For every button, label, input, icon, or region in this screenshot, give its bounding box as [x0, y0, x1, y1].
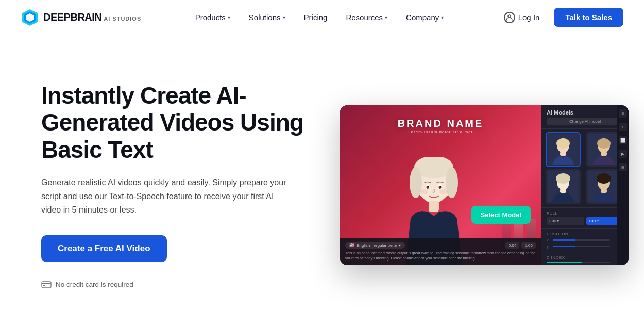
- svg-rect-13: [429, 201, 439, 212]
- nav-company-label: Company: [406, 13, 439, 22]
- zindex-slider[interactable]: [547, 262, 610, 263]
- model-thumb-1[interactable]: [546, 132, 581, 167]
- product-screenshot: BRAND NAME Lorem ipsum dolor sit a met: [340, 105, 629, 265]
- panel-icon-crop[interactable]: ⊞: [619, 163, 627, 171]
- credit-card-icon: [41, 281, 52, 288]
- create-free-video-button[interactable]: Create a Free AI Video: [41, 235, 167, 262]
- svg-point-24: [556, 138, 570, 149]
- nav-item-solutions[interactable]: Solutions ▾: [242, 9, 293, 26]
- svg-point-36: [597, 173, 611, 184]
- hero-title: Instantly Create AI-Generated Videos Usi…: [41, 82, 319, 164]
- panel-icons-column: ≡ T ⬜ ▶ ⊞: [617, 105, 629, 265]
- time-end: 1:06: [521, 242, 536, 249]
- brand-name-text: BRAND NAME: [398, 118, 484, 129]
- nav-products-label: Products: [195, 13, 226, 22]
- language-selector[interactable]: 🇺🇸 English - regular bene ▾: [345, 242, 405, 249]
- position-x-row: x 24: [547, 238, 623, 242]
- model-avatar-4: [588, 171, 619, 202]
- change-model-button[interactable]: Change Al model: [547, 118, 623, 125]
- panel-header: AI Models Change Al model: [541, 105, 629, 129]
- panel-section-zindex: Z-Index: [541, 252, 629, 265]
- nav-actions: Log In Talk to Sales: [498, 8, 623, 27]
- model-thumb-3-inner: [547, 170, 580, 203]
- svg-point-19: [440, 186, 441, 187]
- svg-rect-6: [43, 285, 45, 286]
- model-avatar-1: [548, 134, 579, 165]
- time-pills: 0:04 1:06: [505, 242, 536, 249]
- hero-right: BRAND NAME Lorem ipsum dolor sit a met: [319, 105, 629, 265]
- panel-zindex-label: Z-Index: [547, 255, 623, 260]
- right-panel: AI Models Change Al model: [541, 105, 629, 265]
- model-thumb-4[interactable]: [586, 169, 621, 204]
- svg-rect-33: [560, 189, 566, 193]
- nav-links: Products ▾ Solutions ▾ Pricing Resources…: [188, 9, 451, 26]
- model-avatar-3: [548, 171, 579, 202]
- logo-icon: [21, 8, 39, 27]
- no-credit-notice: No credit card is required: [41, 281, 319, 288]
- nav-solutions-label: Solutions: [249, 13, 281, 22]
- language-flag: 🇺🇸: [349, 243, 354, 248]
- svg-rect-29: [601, 152, 607, 156]
- model-thumb-3[interactable]: [546, 169, 581, 204]
- position-y-slider[interactable]: [553, 246, 610, 247]
- full-select[interactable]: Full ▾: [547, 217, 584, 225]
- svg-point-17: [439, 186, 442, 189]
- chevron-down-icon: ▾: [228, 14, 230, 20]
- svg-point-18: [428, 186, 429, 187]
- model-avatar-2: [588, 134, 619, 165]
- select-model-button[interactable]: Select Model: [471, 206, 531, 224]
- svg-point-12: [446, 167, 458, 198]
- svg-rect-37: [601, 189, 607, 193]
- hero-description: Generate realistic AI videos quickly and…: [41, 176, 294, 217]
- talk-to-sales-button[interactable]: Talk to Sales: [554, 8, 623, 27]
- nav-pricing-label: Pricing: [304, 13, 328, 22]
- panel-select-row: Full ▾ 100%: [547, 217, 623, 225]
- svg-rect-25: [560, 152, 566, 156]
- chevron-down-icon: ▾: [283, 14, 285, 20]
- chevron-down-icon: ▾: [385, 14, 387, 20]
- logo-brand: DEEPBRAIN: [43, 11, 101, 23]
- panel-icon-image[interactable]: ⬜: [619, 136, 627, 144]
- panel-position-label: Position: [547, 232, 623, 236]
- user-icon: [504, 12, 515, 23]
- panel-title: AI Models: [547, 109, 623, 116]
- bottom-bar-controls: 🇺🇸 English - regular bene ▾ 0:04 1:06: [345, 242, 536, 249]
- svg-point-32: [556, 173, 570, 184]
- panel-section-full: Full Full ▾ 100%: [541, 207, 629, 228]
- nav-item-pricing[interactable]: Pricing: [297, 9, 335, 26]
- login-button[interactable]: Log In: [498, 8, 546, 27]
- svg-point-11: [410, 167, 422, 198]
- logo[interactable]: DEEPBRAIN AI STUDIOS: [21, 8, 141, 27]
- dropdown-arrow: ▾: [399, 243, 401, 248]
- navbar: DEEPBRAIN AI STUDIOS Products ▾ Solution…: [0, 0, 644, 35]
- panel-icon-text[interactable]: T: [619, 123, 627, 131]
- model-grid: [541, 129, 629, 207]
- nav-item-company[interactable]: Company ▾: [399, 9, 451, 26]
- nav-resources-label: Resources: [346, 13, 383, 22]
- brand-overlay: BRAND NAME Lorem ipsum dolor sit a met: [398, 118, 484, 134]
- position-x-slider[interactable]: [553, 239, 610, 241]
- no-credit-text: No credit card is required: [56, 281, 133, 288]
- time-start: 0:04: [505, 242, 520, 249]
- model-thumb-2[interactable]: [586, 132, 621, 167]
- svg-point-28: [597, 138, 611, 149]
- svg-point-21: [439, 189, 448, 194]
- model-thumb-4-inner: [587, 170, 620, 203]
- login-label: Log In: [518, 13, 540, 22]
- svg-point-20: [420, 189, 428, 194]
- hero-section: Instantly Create AI-Generated Videos Usi…: [0, 35, 644, 325]
- preview-bottom-bar: 🇺🇸 English - regular bene ▾ 0:04 1:06 Th…: [340, 238, 541, 265]
- svg-point-16: [427, 186, 429, 189]
- zindex-row: [547, 262, 623, 263]
- panel-icon-video[interactable]: ▶: [619, 150, 627, 158]
- panel-full-label: Full: [547, 211, 623, 216]
- hero-left: Instantly Create AI-Generated Videos Usi…: [41, 82, 319, 289]
- logo-sub: AI STUDIOS: [104, 15, 141, 22]
- model-thumb-2-inner: [587, 133, 620, 166]
- position-y-row: y 24: [547, 244, 623, 249]
- nav-item-resources[interactable]: Resources ▾: [338, 9, 395, 26]
- chevron-down-icon: ▾: [441, 14, 444, 20]
- script-text: This is an announcement where output is …: [345, 251, 536, 261]
- panel-icon-layers[interactable]: ≡: [619, 109, 627, 118]
- nav-item-products[interactable]: Products ▾: [188, 9, 238, 26]
